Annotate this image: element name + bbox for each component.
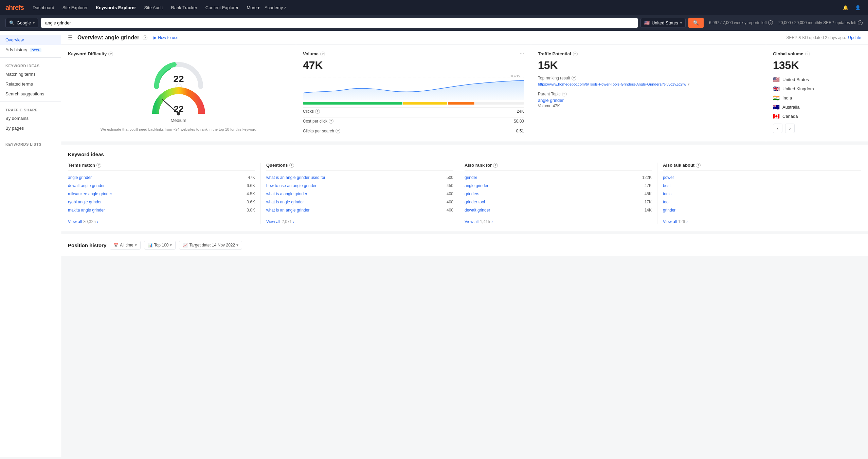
sidebar-item-ads-history[interactable]: Ads history BETA [0,45,61,55]
questions-view-all[interactable]: View all 2,071 › [266,217,453,224]
also-rank-info[interactable]: ? [493,163,498,168]
terms-item-3-vol: 4.5K [247,191,255,196]
sidebar-item-overview[interactable]: Overview [0,35,61,45]
sidebar-item-related-terms[interactable]: Related terms [0,79,61,89]
ata-item-3-link[interactable]: tools [663,191,671,196]
user-icon[interactable]: 👤 [853,3,863,12]
search-button[interactable]: 🔍 [688,18,704,28]
sidebar-item-search-suggestions[interactable]: Search suggestions [0,89,61,99]
keyword-ideas-title: Keyword ideas [68,151,861,157]
top-ranking-info[interactable]: ? [572,76,576,80]
country-item-us[interactable]: 🇺🇸 United States [773,76,861,83]
nav-site-audit[interactable]: Site Audit [141,4,166,12]
arf-item-4-link[interactable]: grinder tool [465,200,485,204]
arf-item-3-link[interactable]: grinders [465,191,479,196]
nav-keywords-explorer[interactable]: Keywords Explorer [92,4,140,12]
ata-item-5-link[interactable]: grinder [663,208,675,213]
clicks-info[interactable]: ? [315,109,320,114]
country-item-uk[interactable]: 🇬🇧 United Kingdom [773,86,861,92]
kd-note: We estimate that you'll need backlinks f… [68,127,289,132]
weekly-info-icon[interactable]: ? [768,20,773,25]
uk-flag: 🇬🇧 [773,86,780,92]
nav-dashboard[interactable]: Dashboard [29,4,58,12]
top-nav: ahrefs Dashboard Site Explorer Keywords … [0,0,868,15]
terms-item-5-link[interactable]: makita angle grinder [68,208,105,213]
clicks-metric: Clicks ? 24K [303,107,524,115]
content-area: ☰ Overview: angle grinder ? ▶ How to use… [61,31,868,457]
tp-card-title: Traffic Potential ? [538,51,759,56]
search-input[interactable] [41,18,638,28]
gv-info-icon[interactable]: ? [805,52,810,56]
country-list: 🇺🇸 United States 🇬🇧 United Kingdom 🇮🇳 In… [773,76,861,120]
country-item-au[interactable]: 🇦🇺 Australia [773,104,861,110]
q-item-4-link[interactable]: what is angle grinder [266,200,304,204]
nav-content-explorer[interactable]: Content Explorer [202,4,242,12]
volume-more-icon[interactable]: ⋯ [520,51,524,56]
kd-info-icon[interactable]: ? [108,52,113,56]
ranking-url[interactable]: https://www.homedepot.com/b/Tools-Power-… [538,82,759,87]
q-item-5-link[interactable]: what is an angle grinder [266,208,309,213]
target-date-filter[interactable]: 📈 Target date: 14 Nov 2022 ▾ [179,241,242,250]
arf-item-1-link[interactable]: grinder [465,175,477,180]
volume-value: 47K [303,59,524,72]
nav-rank-tracker[interactable]: Rank Tracker [168,4,201,12]
nav-academy[interactable]: Academy ↗ [265,5,287,10]
also-talk-view-all[interactable]: View all 126 › [663,217,861,224]
overview-info-icon[interactable]: ? [143,35,147,40]
sidebar-item-by-pages[interactable]: By pages [0,123,61,133]
list-item: dewalt angle grinder 6.6K [68,182,255,190]
sidebar-divider-2 [0,102,61,102]
arf-item-5-link[interactable]: dewalt grinder [465,208,490,213]
position-history-title: Position history [68,242,106,248]
top100-filter[interactable]: 📊 Top 100 ▾ [144,241,176,250]
notifications-icon[interactable]: 🔔 [841,3,850,12]
questions-col: Questions ? what is an angle grinder use… [266,163,459,224]
ata-item-2-link[interactable]: best [663,183,671,188]
gauge-label: Medium [170,118,186,123]
menu-icon[interactable]: ☰ [68,34,73,41]
parent-topic-info[interactable]: ? [562,92,567,96]
q-item-3-link[interactable]: what is a angle grinder [266,191,307,196]
country-item-ca[interactable]: 🇨🇦 Canada [773,113,861,120]
sidebar-item-by-domains[interactable]: By domains [0,113,61,123]
svg-text:22: 22 [174,104,183,114]
monthly-info-icon[interactable]: ? [858,20,863,25]
volume-info-icon[interactable]: ? [320,52,325,56]
ata-item-1-link[interactable]: power [663,175,674,180]
q-item-2-link[interactable]: how to use an angle grinder [266,183,317,188]
country-name-au: Australia [782,105,800,110]
cps-info[interactable]: ? [336,129,340,133]
global-volume-value: 135K [773,59,861,72]
volume-metrics: Clicks ? 24K Cost per click ? $0.80 [303,107,524,135]
sidebar-item-matching-terms[interactable]: Matching terms [0,69,61,79]
q-item-4-vol: 400 [447,200,453,204]
prev-page-button[interactable]: ‹ [773,124,782,133]
parent-topic-link[interactable]: angle grinder [538,98,759,103]
all-time-filter[interactable]: 📅 All time ▾ [110,241,140,250]
engine-select[interactable]: 🔍 Google ▾ [5,18,38,28]
ideas-grid: Terms match ? angle grinder 47K dewalt a… [68,163,861,224]
terms-item-2-link[interactable]: dewalt angle grinder [68,183,105,188]
country-item-in[interactable]: 🇮🇳 India [773,95,861,101]
tp-info-icon[interactable]: ? [573,52,578,56]
also-talk-info[interactable]: ? [696,163,701,168]
top-ranking-label: Top ranking result ? [538,76,759,80]
terms-item-3-link[interactable]: milwaukee angle grinder [68,191,112,196]
nav-site-explorer[interactable]: Site Explorer [59,4,91,12]
ata-item-4-link[interactable]: tool [663,200,669,204]
terms-match-info[interactable]: ? [96,163,101,168]
questions-info[interactable]: ? [289,163,294,168]
arf-item-2-link[interactable]: angle grinder [465,183,488,188]
nav-more[interactable]: More ▾ [243,4,263,12]
list-item: grinders 45K [465,190,652,198]
next-page-button[interactable]: › [785,124,795,133]
terms-view-all[interactable]: View all 30,325 › [68,217,255,224]
terms-item-4-link[interactable]: ryobi angle grinder [68,200,102,204]
cpc-info[interactable]: ? [329,119,333,124]
terms-item-1-link[interactable]: angle grinder [68,175,92,180]
also-rank-view-all[interactable]: View all 1,415 › [465,217,652,224]
country-select[interactable]: 🇺🇸 United States ▾ [640,18,686,28]
how-to-use-link[interactable]: ▶ How to use [153,35,178,40]
update-button[interactable]: Update [848,35,861,40]
q-item-1-link[interactable]: what is an angle grinder used for [266,175,325,180]
